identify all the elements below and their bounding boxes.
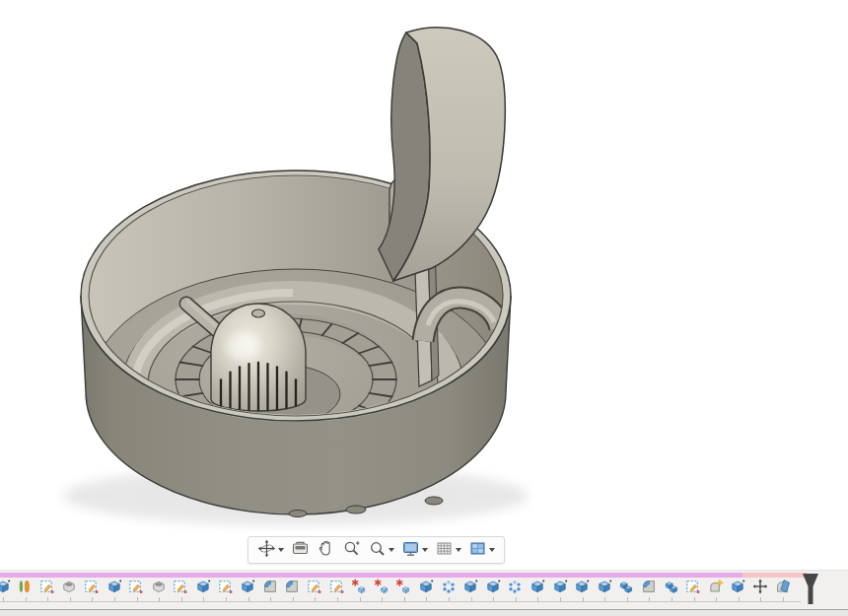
extrude-icon	[195, 581, 211, 597]
timeline-feature-extrude[interactable]	[485, 579, 502, 595]
timeline-feature-sketch[interactable]	[173, 579, 189, 595]
grid-and-snaps-button[interactable]	[433, 537, 463, 564]
timeline-feature-extrude[interactable]	[0, 579, 12, 595]
dropdown-caret-icon[interactable]	[389, 548, 394, 552]
sketch-icon	[685, 581, 701, 597]
juicer-3d-model[interactable]	[0, 0, 848, 570]
pan-icon	[317, 539, 335, 562]
zoom-button[interactable]	[340, 537, 363, 564]
fit-button[interactable]	[366, 537, 396, 564]
timeline-tick	[203, 597, 204, 601]
timeline-feature-shell[interactable]	[151, 579, 168, 595]
timeline-feature-revolve[interactable]	[17, 579, 34, 595]
extrude-icon	[462, 581, 478, 597]
timeline-tick	[114, 597, 115, 601]
timeline-tick	[516, 597, 517, 601]
timeline-feature-sketch[interactable]	[329, 579, 346, 595]
reamer-dome	[211, 304, 306, 411]
sketch-icon	[329, 581, 345, 597]
timeline-feature-move[interactable]	[752, 579, 769, 595]
extrude-icon	[552, 581, 568, 597]
timeline-tick	[604, 597, 605, 601]
move-icon	[752, 581, 768, 597]
look-at-icon	[291, 539, 310, 562]
timeline-feature-extrude[interactable]	[730, 579, 746, 595]
sketch-icon	[307, 581, 322, 597]
fillet-icon	[641, 581, 657, 597]
timeline-tick	[716, 597, 717, 601]
timeline-feature-sketch[interactable]	[39, 579, 56, 595]
display-settings-icon	[401, 539, 420, 562]
pan-button[interactable]	[315, 537, 337, 564]
timeline-tick	[226, 597, 227, 601]
extrude-icon	[574, 581, 590, 597]
timeline-feature-extrude[interactable]	[597, 579, 613, 595]
timeline-feature-circular-pattern[interactable]	[441, 579, 458, 595]
combine-icon	[618, 581, 634, 597]
timeline-feature-extrude[interactable]	[574, 579, 591, 595]
timeline-feature-extrude[interactable]	[462, 579, 479, 595]
timeline-playhead[interactable]	[796, 572, 825, 607]
extrude-icon	[530, 581, 545, 597]
timeline-tick	[159, 597, 160, 601]
orbit-button[interactable]	[255, 537, 286, 564]
timeline-feature-sketch[interactable]	[218, 579, 235, 595]
timeline-tick	[137, 597, 138, 601]
timeline-feature-sketch[interactable]	[307, 579, 323, 595]
timeline-tick	[627, 597, 628, 601]
shell-icon	[61, 581, 77, 597]
timeline-feature-extrude[interactable]	[530, 579, 546, 595]
timeline-tick	[293, 597, 294, 601]
timeline-feature-fillet[interactable]	[641, 579, 658, 595]
timeline-tick	[426, 597, 427, 601]
timeline-feature-split-body[interactable]	[775, 579, 792, 595]
timeline-tick	[360, 597, 361, 601]
dropdown-caret-icon[interactable]	[456, 548, 461, 552]
fillet-icon	[262, 581, 278, 597]
timeline-feature-offset-face[interactable]	[708, 579, 725, 595]
timeline-tick	[649, 597, 650, 601]
timeline-feature-fillet[interactable]	[284, 579, 301, 595]
sketch-icon	[128, 581, 144, 597]
timeline-tick	[26, 597, 27, 601]
timeline-tick	[783, 597, 784, 601]
grid-icon	[435, 539, 454, 562]
timeline-feature-combine[interactable]	[618, 579, 635, 595]
timeline-feature-box-error[interactable]	[395, 579, 412, 595]
timeline-panel	[0, 570, 848, 610]
timeline-feature-sketch[interactable]	[685, 579, 702, 595]
timeline-tick	[493, 597, 494, 601]
look-at-button[interactable]	[289, 537, 312, 564]
timeline-feature-extrude[interactable]	[418, 579, 435, 595]
timeline-feature-shell[interactable]	[61, 579, 78, 595]
timeline-feature-box-error[interactable]	[351, 579, 368, 595]
timeline-tick	[694, 597, 695, 601]
split-body-icon	[775, 581, 791, 597]
timeline-feature-combine[interactable]	[664, 579, 680, 595]
timeline-feature-sketch[interactable]	[84, 579, 101, 595]
circular-pattern-icon	[441, 581, 457, 597]
timeline-feature-sketch[interactable]	[128, 579, 145, 595]
bottom-status-strip	[0, 609, 848, 616]
timeline-feature-extrude[interactable]	[106, 579, 123, 595]
viewports-button[interactable]	[466, 537, 497, 564]
timeline-feature-extrude[interactable]	[240, 579, 256, 595]
timeline-tick	[92, 597, 93, 601]
shell-icon	[151, 581, 167, 597]
display-settings-button[interactable]	[399, 537, 430, 564]
timeline-feature-extrude[interactable]	[552, 579, 569, 595]
circular-pattern-icon	[507, 581, 523, 597]
timeline-feature-box-error[interactable]	[374, 579, 390, 595]
timeline-tick	[671, 597, 672, 601]
timeline-feature-circular-pattern[interactable]	[507, 579, 524, 595]
dropdown-caret-icon[interactable]	[422, 548, 428, 552]
timeline-tick	[537, 597, 538, 601]
timeline-computed-range	[0, 573, 742, 578]
dropdown-caret-icon[interactable]	[278, 548, 284, 552]
timeline-feature-extrude[interactable]	[195, 579, 212, 595]
timeline-feature-fillet[interactable]	[262, 579, 279, 595]
timeline-tick	[248, 597, 249, 601]
timeline-tick	[270, 597, 271, 601]
dropdown-caret-icon[interactable]	[489, 548, 495, 552]
model-viewport[interactable]	[0, 0, 848, 570]
